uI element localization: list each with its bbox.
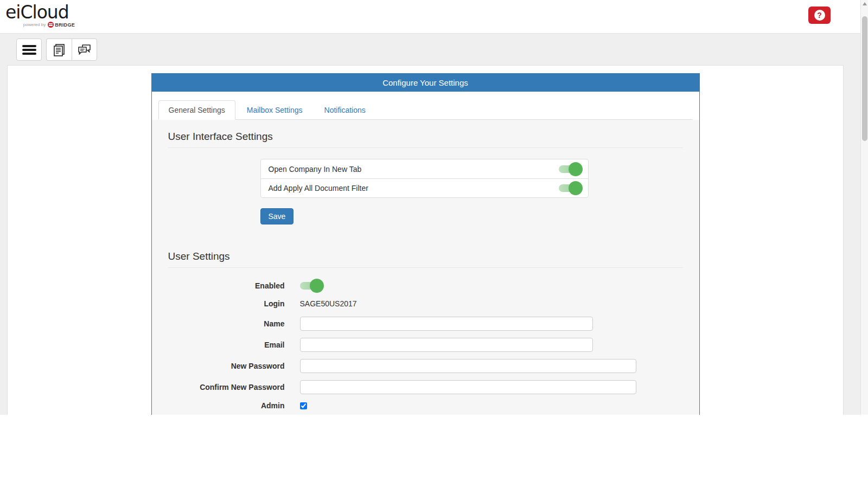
user-settings-form: Enabled Login SAGE50US201 [168, 278, 683, 410]
toolbar [16, 38, 97, 61]
toggle-row-document-filter: Add Apply All Document Filter [261, 178, 588, 197]
open-company-toggle[interactable] [559, 162, 582, 176]
new-password-input[interactable] [300, 359, 636, 373]
scrollbar-thumb[interactable] [862, 16, 867, 141]
admin-checkbox[interactable] [300, 402, 307, 409]
scroll-up-arrow-icon[interactable] [863, 2, 867, 5]
tab-mailbox-settings[interactable]: Mailbox Settings [237, 100, 313, 120]
settings-tabs: General Settings Mailbox Settings Notifi… [158, 100, 693, 120]
enabled-toggle[interactable] [300, 279, 323, 293]
name-label: Name [168, 319, 285, 328]
bridge-brand-label: BRIDGE [55, 22, 75, 28]
ui-toggle-list: Open Company In New Tab Add Apply All Do… [260, 159, 589, 198]
admin-row: Admin [168, 401, 683, 410]
save-button[interactable]: Save [260, 208, 294, 224]
open-company-label: Open Company In New Tab [269, 165, 362, 174]
login-row: Login SAGE50US2017 [168, 299, 683, 308]
messages-button[interactable] [72, 38, 97, 61]
documents-button[interactable] [46, 38, 72, 61]
email-row: Email [168, 338, 683, 352]
general-settings-tab-content: User Interface Settings Open Company In … [152, 120, 699, 415]
email-label: Email [168, 341, 285, 349]
document-filter-label: Add Apply All Document Filter [269, 184, 368, 192]
help-button[interactable]: ? [808, 7, 831, 24]
logo-text: eiCloud [5, 3, 76, 22]
app-header: eiCloud powered by BRIDGE ? [0, 0, 860, 34]
tab-notifications[interactable]: Notifications [314, 100, 376, 120]
app-logo: eiCloud powered by BRIDGE [5, 3, 76, 28]
confirm-password-input[interactable] [300, 380, 636, 394]
documents-icon [52, 43, 66, 57]
ui-settings-heading: User Interface Settings [168, 131, 683, 148]
name-row: Name [168, 317, 683, 331]
workspace: Configure Your Settings General Settings… [0, 34, 860, 415]
confirm-password-label: Confirm New Password [168, 383, 285, 391]
bridge-logo-icon [48, 22, 54, 28]
new-password-label: New Password [168, 362, 285, 370]
document-filter-toggle[interactable] [559, 181, 582, 195]
enabled-row: Enabled [168, 278, 683, 294]
tab-general-settings[interactable]: General Settings [158, 100, 235, 120]
powered-by-label: powered by [23, 22, 46, 27]
menu-button[interactable] [16, 38, 42, 61]
settings-panel: Configure Your Settings General Settings… [151, 73, 700, 415]
new-password-row: New Password [168, 359, 683, 373]
toggle-row-open-company: Open Company In New Tab [261, 159, 588, 178]
email-input[interactable] [300, 338, 593, 352]
login-value: SAGE50US2017 [300, 299, 357, 308]
panel-title: Configure Your Settings [152, 74, 699, 92]
name-input[interactable] [300, 317, 593, 331]
hamburger-icon [22, 45, 36, 55]
vertical-scrollbar [860, 0, 868, 415]
confirm-password-row: Confirm New Password [168, 380, 683, 394]
enabled-label: Enabled [168, 281, 285, 290]
main-content-area: Configure Your Settings General Settings… [7, 65, 844, 415]
login-label: Login [168, 299, 285, 308]
user-settings-heading: User Settings [168, 251, 683, 268]
chat-bubbles-icon [77, 43, 92, 57]
question-mark-icon: ? [814, 10, 825, 21]
admin-label: Admin [168, 401, 285, 410]
